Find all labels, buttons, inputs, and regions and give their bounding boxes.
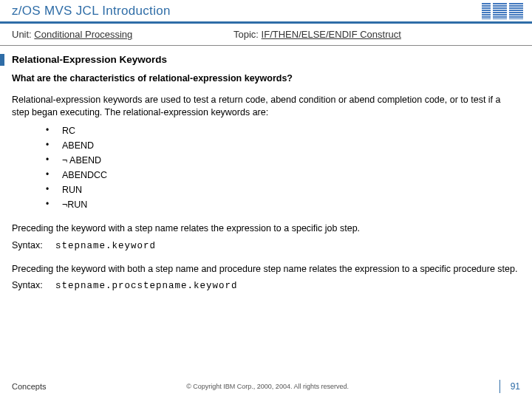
list-item: ¬ ABEND	[46, 153, 520, 168]
svg-rect-4	[482, 12, 523, 13]
keyword-list: RC ABEND ¬ ABEND ABENDCC RUN ¬RUN	[46, 123, 520, 212]
ibm-logo	[482, 3, 523, 19]
svg-rect-1	[482, 5, 523, 7]
footer-left: Concepts	[12, 382, 46, 391]
syntax-code: stepname.procstepname.keyword	[55, 281, 238, 291]
svg-rect-6	[482, 16, 523, 18]
section-heading: Relational-Expression Keywords	[12, 53, 167, 66]
section-heading-row: Relational-Expression Keywords	[0, 53, 520, 66]
block1-text: Preceding the keyword with a step name r…	[12, 222, 520, 235]
section-marker	[0, 54, 4, 66]
syntax-block-2: Preceding the keyword with both a step n…	[12, 263, 520, 293]
footer: Concepts © Copyright IBM Corp., 2000, 20…	[0, 380, 532, 393]
topic-label: Topic:	[233, 29, 259, 40]
svg-rect-8	[491, 3, 493, 19]
list-item: ABEND	[46, 138, 520, 153]
svg-rect-9	[507, 3, 509, 19]
question-text: What are the characteristics of relation…	[12, 72, 520, 85]
list-item: ABENDCC	[46, 168, 520, 183]
svg-rect-7	[482, 18, 523, 19]
intro-paragraph: Relational-expression keywords are used …	[12, 94, 520, 119]
content-area: Relational-Expression Keywords What are …	[0, 46, 532, 293]
title-bar: z/OS MVS JCL Introduction	[0, 0, 532, 24]
syntax-block-1: Preceding the keyword with a step name r…	[12, 222, 520, 253]
syntax-label: Syntax:	[12, 280, 43, 290]
svg-rect-0	[482, 3, 523, 4]
block2-text: Preceding the keyword with both a step n…	[12, 263, 520, 276]
svg-rect-5	[482, 14, 523, 16]
footer-copyright: © Copyright IBM Corp., 2000, 2004. All r…	[46, 383, 488, 390]
unit-label: Unit:	[12, 29, 32, 40]
list-item: ¬RUN	[46, 197, 520, 212]
svg-rect-2	[482, 7, 523, 9]
unit-value: Conditional Processing	[34, 29, 132, 40]
block1-syntax-row: Syntax: stepname.keyword	[12, 239, 520, 253]
syntax-code: stepname.keyword	[55, 241, 156, 251]
topic-field: Topic: IF/THEN/ELSE/ENDIF Construct	[233, 29, 520, 40]
svg-rect-3	[482, 10, 523, 11]
syntax-label: Syntax:	[12, 240, 43, 250]
list-item: RUN	[46, 183, 520, 197]
footer-divider	[499, 380, 500, 393]
meta-bar: Unit: Conditional Processing Topic: IF/T…	[0, 24, 532, 46]
unit-field: Unit: Conditional Processing	[12, 29, 233, 40]
page-number: 91	[511, 381, 520, 392]
page-title: z/OS MVS JCL Introduction	[12, 4, 482, 18]
list-item: RC	[46, 123, 520, 138]
topic-value: IF/THEN/ELSE/ENDIF Construct	[262, 29, 401, 40]
block2-syntax-row: Syntax: stepname.procstepname.keyword	[12, 279, 520, 293]
